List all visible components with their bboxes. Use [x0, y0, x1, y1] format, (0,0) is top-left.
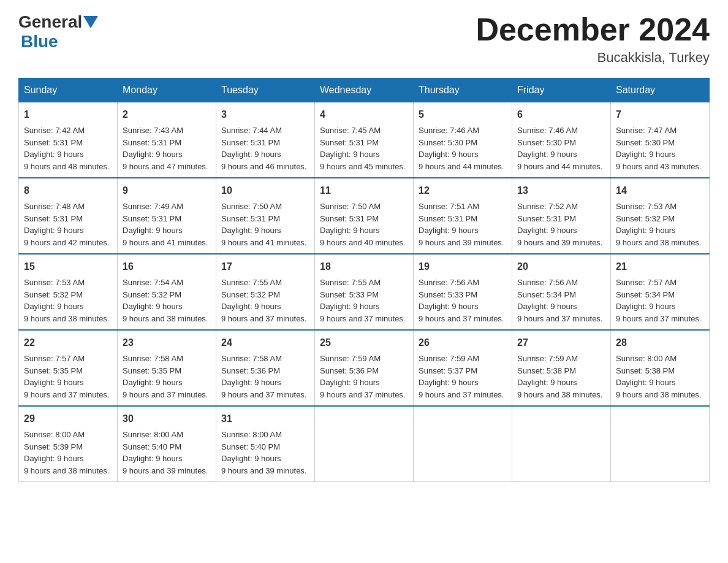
calendar-cell: 17Sunrise: 7:55 AMSunset: 5:32 PMDayligh…	[216, 254, 315, 330]
day-number: 4	[320, 107, 408, 122]
calendar-cell	[611, 406, 710, 482]
day-number: 22	[24, 335, 112, 350]
column-header-friday: Friday	[512, 79, 611, 102]
page-header: General Blue December 2024 Bucakkisla, T…	[18, 12, 710, 66]
calendar-cell: 19Sunrise: 7:56 AMSunset: 5:33 PMDayligh…	[414, 254, 512, 330]
day-number: 12	[419, 183, 507, 198]
calendar-cell: 29Sunrise: 8:00 AMSunset: 5:39 PMDayligh…	[19, 406, 118, 482]
day-number: 2	[123, 107, 211, 122]
calendar-cell: 30Sunrise: 8:00 AMSunset: 5:40 PMDayligh…	[118, 406, 216, 482]
calendar-cell: 20Sunrise: 7:56 AMSunset: 5:34 PMDayligh…	[512, 254, 611, 330]
day-number: 18	[320, 259, 408, 274]
calendar-cell: 16Sunrise: 7:54 AMSunset: 5:32 PMDayligh…	[118, 254, 216, 330]
calendar-week-row: 29Sunrise: 8:00 AMSunset: 5:39 PMDayligh…	[19, 406, 710, 482]
calendar-cell: 27Sunrise: 7:59 AMSunset: 5:38 PMDayligh…	[512, 330, 611, 406]
day-number: 25	[320, 335, 408, 350]
day-number: 14	[616, 183, 704, 198]
title-section: December 2024 Bucakkisla, Turkey	[476, 12, 710, 66]
calendar-cell	[315, 406, 414, 482]
day-number: 19	[419, 259, 507, 274]
day-number: 24	[221, 335, 309, 350]
calendar-cell: 7Sunrise: 7:47 AMSunset: 5:30 PMDaylight…	[611, 102, 710, 178]
day-number: 26	[419, 335, 507, 350]
column-header-thursday: Thursday	[414, 79, 512, 102]
month-title: December 2024	[476, 12, 710, 47]
day-number: 8	[24, 183, 112, 198]
day-number: 15	[24, 259, 112, 274]
day-number: 9	[123, 183, 211, 198]
day-number: 27	[517, 335, 605, 350]
calendar-cell: 18Sunrise: 7:55 AMSunset: 5:33 PMDayligh…	[315, 254, 414, 330]
calendar-cell: 31Sunrise: 8:00 AMSunset: 5:40 PMDayligh…	[216, 406, 315, 482]
calendar-cell: 10Sunrise: 7:50 AMSunset: 5:31 PMDayligh…	[216, 178, 315, 254]
day-number: 7	[616, 107, 704, 122]
calendar-cell: 9Sunrise: 7:49 AMSunset: 5:31 PMDaylight…	[118, 178, 216, 254]
day-number: 11	[320, 183, 408, 198]
day-number: 3	[221, 107, 309, 122]
calendar-cell: 23Sunrise: 7:58 AMSunset: 5:35 PMDayligh…	[118, 330, 216, 406]
calendar-cell: 3Sunrise: 7:44 AMSunset: 5:31 PMDaylight…	[216, 102, 315, 178]
calendar-cell: 11Sunrise: 7:50 AMSunset: 5:31 PMDayligh…	[315, 178, 414, 254]
calendar-cell: 14Sunrise: 7:53 AMSunset: 5:32 PMDayligh…	[611, 178, 710, 254]
day-number: 21	[616, 259, 704, 274]
calendar-cell: 2Sunrise: 7:43 AMSunset: 5:31 PMDaylight…	[118, 102, 216, 178]
day-number: 10	[221, 183, 309, 198]
column-header-tuesday: Tuesday	[216, 79, 315, 102]
calendar-cell: 1Sunrise: 7:42 AMSunset: 5:31 PMDaylight…	[19, 102, 118, 178]
column-header-monday: Monday	[118, 79, 216, 102]
calendar-cell: 5Sunrise: 7:46 AMSunset: 5:30 PMDaylight…	[414, 102, 512, 178]
calendar-cell: 12Sunrise: 7:51 AMSunset: 5:31 PMDayligh…	[414, 178, 512, 254]
day-number: 5	[419, 107, 507, 122]
calendar-cell: 25Sunrise: 7:59 AMSunset: 5:36 PMDayligh…	[315, 330, 414, 406]
calendar-week-row: 8Sunrise: 7:48 AMSunset: 5:31 PMDaylight…	[19, 178, 710, 254]
logo-triangle-icon	[83, 16, 98, 28]
day-number: 20	[517, 259, 605, 274]
column-header-saturday: Saturday	[611, 79, 710, 102]
calendar-header-row: SundayMondayTuesdayWednesdayThursdayFrid…	[19, 79, 710, 102]
day-number: 29	[24, 412, 112, 426]
calendar-week-row: 22Sunrise: 7:57 AMSunset: 5:35 PMDayligh…	[19, 330, 710, 406]
day-number: 13	[517, 183, 605, 198]
calendar-cell: 28Sunrise: 8:00 AMSunset: 5:38 PMDayligh…	[611, 330, 710, 406]
calendar-cell: 8Sunrise: 7:48 AMSunset: 5:31 PMDaylight…	[19, 178, 118, 254]
calendar-cell: 26Sunrise: 7:59 AMSunset: 5:37 PMDayligh…	[414, 330, 512, 406]
day-number: 23	[123, 335, 211, 350]
day-number: 16	[123, 259, 211, 274]
calendar-cell: 13Sunrise: 7:52 AMSunset: 5:31 PMDayligh…	[512, 178, 611, 254]
calendar-table: SundayMondayTuesdayWednesdayThursdayFrid…	[18, 78, 710, 482]
location: Bucakkisla, Turkey	[476, 50, 710, 66]
calendar-cell	[414, 406, 512, 482]
calendar-week-row: 15Sunrise: 7:53 AMSunset: 5:32 PMDayligh…	[19, 254, 710, 330]
column-header-wednesday: Wednesday	[315, 79, 414, 102]
logo: General Blue	[18, 12, 99, 52]
calendar-cell: 6Sunrise: 7:46 AMSunset: 5:30 PMDaylight…	[512, 102, 611, 178]
calendar-cell: 21Sunrise: 7:57 AMSunset: 5:34 PMDayligh…	[611, 254, 710, 330]
day-number: 17	[221, 259, 309, 274]
calendar-cell: 4Sunrise: 7:45 AMSunset: 5:31 PMDaylight…	[315, 102, 414, 178]
day-number: 6	[517, 107, 605, 122]
calendar-cell: 22Sunrise: 7:57 AMSunset: 5:35 PMDayligh…	[19, 330, 118, 406]
calendar-cell: 15Sunrise: 7:53 AMSunset: 5:32 PMDayligh…	[19, 254, 118, 330]
day-number: 28	[616, 335, 704, 350]
calendar-cell: 24Sunrise: 7:58 AMSunset: 5:36 PMDayligh…	[216, 330, 315, 406]
day-number: 1	[24, 107, 112, 122]
logo-blue-text: Blue	[21, 32, 58, 51]
calendar-cell	[512, 406, 611, 482]
logo-general-text: General	[18, 12, 82, 32]
day-number: 31	[221, 412, 309, 426]
day-number: 30	[123, 412, 211, 426]
column-header-sunday: Sunday	[19, 79, 118, 102]
calendar-week-row: 1Sunrise: 7:42 AMSunset: 5:31 PMDaylight…	[19, 102, 710, 178]
